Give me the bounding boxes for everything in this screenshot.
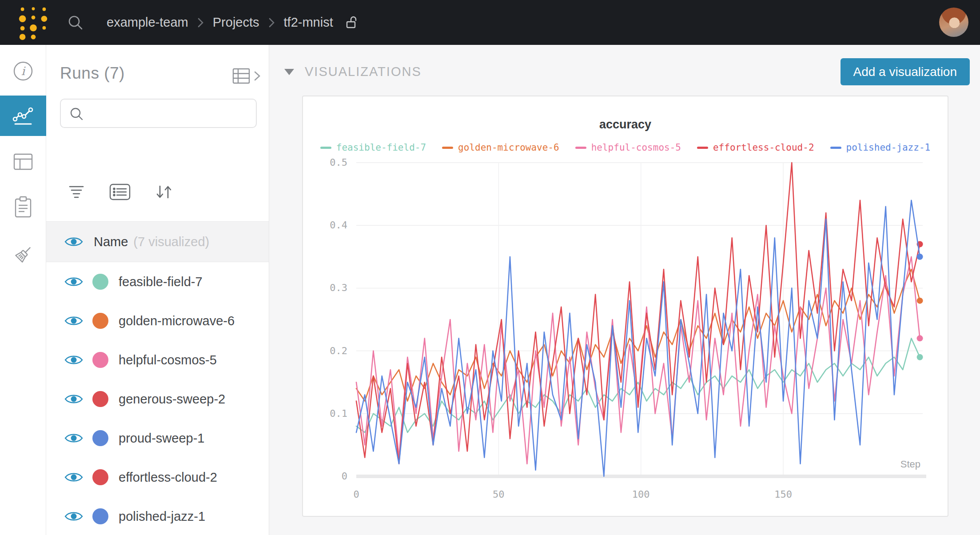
accuracy-chart-panel[interactable]: accuracy feasible-field-7golden-microwav… (302, 96, 948, 517)
runs-panel-title: Runs (7) (60, 64, 125, 83)
sidebar-item-sweeps[interactable] (0, 244, 46, 265)
svg-text:0.3: 0.3 (330, 282, 347, 293)
legend-swatch (697, 147, 708, 149)
run-name-link[interactable]: helpful-cosmos-5 (119, 353, 217, 367)
run-visibility-eye-icon[interactable] (64, 354, 83, 366)
run-name-link[interactable]: feasible-field-7 (119, 275, 203, 289)
sidebar-item-overview[interactable]: i (0, 61, 46, 81)
breadcrumb-projects[interactable]: Projects (213, 15, 259, 30)
run-color-dot (92, 508, 108, 524)
run-visibility-eye-icon[interactable] (64, 510, 83, 523)
runs-name-header: Name (7 visualized) (46, 221, 269, 262)
line-chart-icon (12, 106, 34, 126)
unlocked-icon (345, 15, 360, 30)
svg-text:0.2: 0.2 (330, 345, 347, 356)
app-window: example-team Projects tf2-mnist i (0, 0, 980, 535)
run-name-link[interactable]: golden-microwave-6 (119, 314, 235, 328)
run-name-link[interactable]: proud-sweep-1 (119, 431, 204, 446)
chevron-right-icon (197, 17, 204, 28)
legend-item: helpful-cosmos-5 (575, 142, 681, 153)
run-visibility-eye-icon[interactable] (64, 432, 83, 444)
accuracy-chart: 00.10.20.30.40.5050100150Step (303, 154, 949, 518)
info-icon: i (13, 61, 33, 81)
run-list: feasible-field-7 golden-microwave-6 help… (46, 262, 269, 535)
run-row[interactable]: proud-sweep-1 (46, 419, 269, 458)
legend-label: golden-microwave-6 (458, 142, 559, 153)
top-navbar: example-team Projects tf2-mnist (0, 0, 980, 45)
grouping-icon[interactable] (109, 184, 131, 200)
svg-text:150: 150 (774, 489, 792, 500)
runs-search-input[interactable] (60, 99, 257, 128)
breadcrumb-team[interactable]: example-team (107, 15, 188, 30)
clipboard-icon (14, 196, 32, 218)
run-color-dot (92, 391, 108, 407)
legend-item: feasible-field-7 (320, 142, 426, 153)
main-content: VISUALIZATIONS Add a visualization accur… (269, 45, 980, 535)
chart-title: accuracy (303, 118, 948, 132)
run-visibility-eye-icon[interactable] (64, 471, 83, 483)
legend-swatch (830, 147, 841, 149)
run-color-dot (92, 274, 108, 290)
legend-swatch (575, 147, 586, 149)
global-search-icon[interactable] (68, 15, 84, 31)
runs-sidebar: Runs (7) (46, 45, 269, 535)
svg-text:50: 50 (493, 489, 505, 500)
legend-swatch (442, 147, 453, 149)
run-name-link[interactable]: effortless-cloud-2 (119, 470, 217, 485)
toggle-all-visibility-eye-icon[interactable] (64, 236, 83, 248)
visualized-count-label: (7 visualized) (133, 235, 209, 249)
broom-icon (12, 244, 34, 265)
legend-label: feasible-field-7 (336, 142, 426, 153)
legend-item: effortless-cloud-2 (697, 142, 814, 153)
sidebar-item-table[interactable] (0, 153, 46, 170)
svg-text:0: 0 (353, 489, 359, 500)
runs-toolbar (68, 184, 172, 200)
chevron-right-icon (268, 17, 275, 28)
run-row[interactable]: polished-jazz-1 (46, 497, 269, 535)
expand-runs-table-button[interactable] (232, 68, 261, 84)
svg-text:Step: Step (900, 459, 920, 470)
chart-legend: feasible-field-7golden-microwave-6helpfu… (303, 142, 948, 153)
run-name-link[interactable]: generous-sweep-2 (119, 392, 225, 407)
run-color-dot (92, 352, 108, 368)
breadcrumb-project-name[interactable]: tf2-mnist (284, 15, 333, 30)
user-avatar[interactable] (939, 8, 968, 37)
add-visualization-button[interactable]: Add a visualization (841, 58, 970, 85)
run-row[interactable]: feasible-field-7 (46, 262, 269, 301)
svg-text:100: 100 (632, 489, 650, 500)
run-color-dot (92, 313, 108, 329)
run-visibility-eye-icon[interactable] (64, 393, 83, 405)
run-row[interactable]: generous-sweep-2 (46, 379, 269, 419)
svg-text:0.1: 0.1 (330, 408, 347, 419)
legend-label: polished-jazz-1 (846, 142, 931, 153)
legend-label: effortless-cloud-2 (713, 142, 814, 153)
legend-swatch (320, 147, 331, 149)
run-name-link[interactable]: polished-jazz-1 (119, 509, 205, 524)
name-column-label: Name (94, 235, 128, 249)
visualizations-section-label: VISUALIZATIONS (305, 64, 422, 79)
left-icon-rail: i (0, 45, 46, 535)
run-row[interactable]: helpful-cosmos-5 (46, 340, 269, 379)
run-color-dot (92, 469, 108, 485)
caret-down-icon (284, 69, 294, 75)
run-color-dot (92, 430, 108, 446)
sidebar-item-charts[interactable] (0, 96, 46, 136)
table-icon (13, 153, 33, 170)
run-visibility-eye-icon[interactable] (64, 315, 83, 327)
sidebar-item-notes[interactable] (0, 196, 46, 218)
svg-text:i: i (21, 64, 26, 78)
run-row[interactable]: golden-microwave-6 (46, 301, 269, 340)
legend-item: polished-jazz-1 (830, 142, 931, 153)
visualizations-section-toggle[interactable]: VISUALIZATIONS (284, 64, 422, 79)
sort-icon[interactable] (155, 184, 172, 200)
run-row[interactable]: effortless-cloud-2 (46, 458, 269, 497)
svg-text:0: 0 (342, 471, 347, 482)
runs-table-icon (232, 68, 250, 84)
wandb-logo-icon[interactable] (17, 5, 49, 40)
run-visibility-eye-icon[interactable] (64, 275, 83, 288)
svg-text:0.4: 0.4 (330, 220, 347, 231)
breadcrumb: example-team Projects tf2-mnist (107, 15, 360, 30)
filter-icon[interactable] (68, 185, 84, 199)
svg-text:0.5: 0.5 (330, 157, 347, 168)
legend-item: golden-microwave-6 (442, 142, 559, 153)
